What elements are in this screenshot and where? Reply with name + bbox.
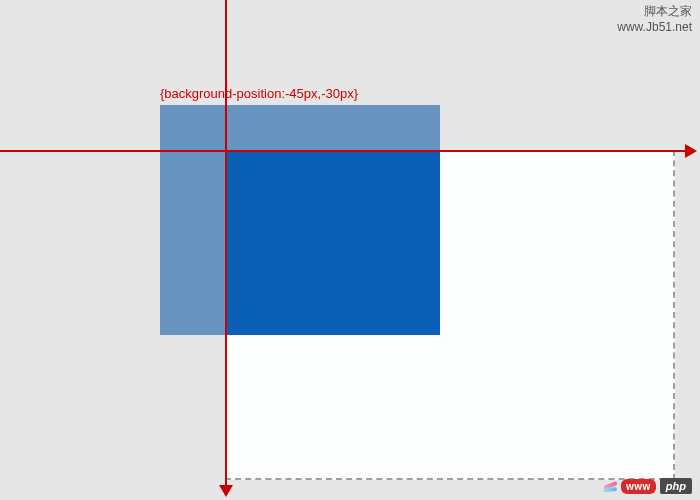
x-axis-line [0,150,690,152]
diagram-canvas: {background-position:-45px,-30px} 脚本之家 w… [0,0,700,500]
x-axis-arrow-icon [685,144,697,158]
sprite-visible-region [225,150,440,335]
y-axis-arrow-icon [219,485,233,497]
wing-icon [589,479,617,493]
watermark-site-url: www.Jb51.net [617,20,692,36]
php-badge: php [660,478,692,494]
y-axis-line [225,0,227,490]
www-badge: www [621,479,656,494]
watermark-site-name: 脚本之家 [617,4,692,20]
watermark-top: 脚本之家 www.Jb51.net [617,4,692,35]
background-position-label: {background-position:-45px,-30px} [160,86,358,101]
watermark-bottom: www php [589,478,692,494]
